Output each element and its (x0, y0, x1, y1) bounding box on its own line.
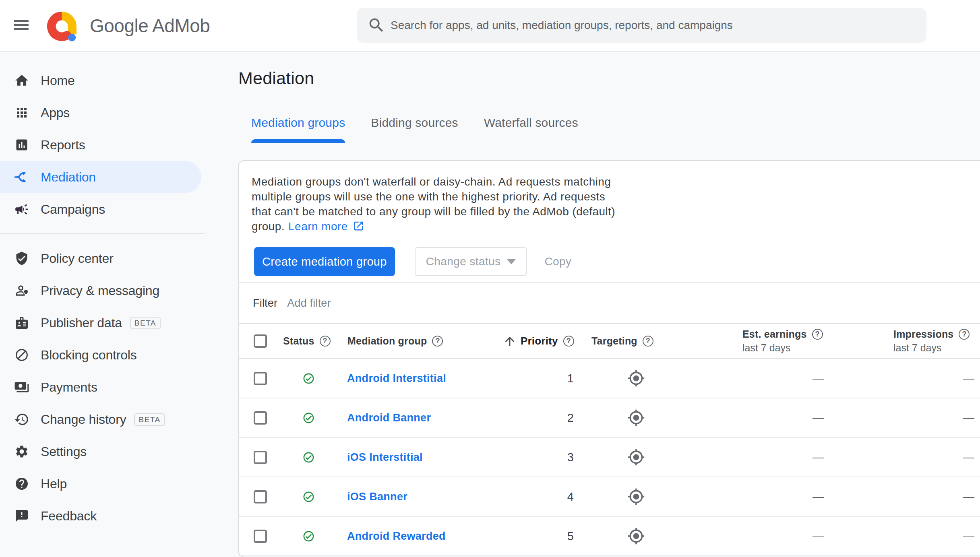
admob-logo-icon[interactable] (47, 12, 77, 41)
add-filter-button[interactable]: Add filter (287, 297, 331, 309)
reports-icon (14, 137, 30, 153)
row-checkbox[interactable] (254, 372, 267, 385)
priority-value: 3 (493, 438, 574, 477)
search-icon (367, 16, 386, 35)
feedback-icon (14, 508, 30, 524)
tab-bar: Mediation groups Bidding sources Waterfa… (251, 115, 578, 143)
mediation-groups-card: Mediation groups don't waterfall or dais… (238, 160, 980, 557)
sidebar-item-payments[interactable]: Payments (0, 371, 205, 403)
table-cell (627, 398, 645, 437)
priority-value: 2 (493, 398, 574, 437)
help-icon[interactable] (959, 329, 970, 340)
sidebar-item-home[interactable]: Home (0, 64, 205, 97)
menu-icon[interactable] (14, 20, 29, 30)
blocking-controls-icon (14, 347, 30, 363)
targeting-icon[interactable] (627, 527, 645, 545)
mediation-group-link[interactable]: Android Banner (347, 412, 431, 424)
beta-badge: BETA (134, 413, 165, 426)
column-mediation-group[interactable]: Mediation group (347, 335, 427, 347)
sidebar-item-publisher-data[interactable]: Publisher data BETA (0, 307, 205, 339)
sidebar-item-reports[interactable]: Reports (0, 129, 205, 161)
targeting-icon[interactable] (627, 409, 645, 427)
mediation-notice: Mediation groups don't waterfall or dais… (239, 161, 625, 235)
notice-line: that can't be matched to any group will … (252, 204, 625, 219)
select-all-checkbox[interactable] (254, 334, 267, 348)
table-cell (627, 477, 645, 516)
est-earnings-value: — (743, 517, 824, 555)
change-status-button[interactable]: Change status (415, 247, 527, 276)
sidebar-item-help[interactable]: Help (0, 468, 205, 500)
sidebar-item-policy-center[interactable]: Policy center (0, 242, 205, 274)
column-period: last 7 days (742, 341, 791, 355)
tab-waterfall-sources[interactable]: Waterfall sources (484, 115, 578, 143)
change-history-icon (14, 411, 30, 427)
tab-bidding-sources[interactable]: Bidding sources (371, 115, 458, 143)
row-checkbox[interactable] (254, 451, 267, 464)
table-cell: Android Banner (347, 398, 431, 437)
notice-line: Mediation groups don't waterfall or dais… (252, 174, 625, 189)
tab-mediation-groups[interactable]: Mediation groups (251, 115, 345, 143)
notice-line-text: group. (252, 220, 285, 233)
column-status[interactable]: Status (283, 335, 314, 347)
priority-value: 5 (493, 517, 574, 555)
home-icon (14, 72, 30, 89)
mediation-group-link[interactable]: Android Interstitial (347, 372, 446, 385)
targeting-icon[interactable] (627, 448, 645, 466)
est-earnings-value: — (743, 477, 824, 516)
column-priority[interactable]: Priority (521, 335, 558, 347)
row-checkbox[interactable] (254, 490, 267, 503)
learn-more-link[interactable]: Learn more (288, 220, 348, 233)
help-icon[interactable] (432, 336, 443, 347)
column-targeting[interactable]: Targeting (591, 335, 637, 347)
copy-button[interactable]: Copy (544, 255, 571, 268)
sidebar-item-change-history[interactable]: Change history BETA (0, 403, 205, 435)
actions-row: Create mediation group Change status Cop… (252, 247, 980, 276)
row-checkbox[interactable] (254, 530, 267, 543)
help-icon[interactable] (812, 329, 823, 340)
sidebar-item-settings[interactable]: Settings (0, 435, 205, 468)
targeting-icon[interactable] (627, 369, 645, 387)
beta-badge: BETA (130, 317, 161, 329)
table-cell (254, 359, 267, 398)
sidebar-item-apps[interactable]: Apps (0, 97, 205, 129)
est-earnings-value: — (743, 398, 824, 437)
admob-app: Google AdMob Home Apps (0, 0, 980, 557)
mediation-group-link[interactable]: iOS Banner (347, 491, 407, 503)
help-icon[interactable] (643, 336, 653, 347)
search-bar[interactable] (357, 8, 926, 43)
column-impressions[interactable]: Impressions (893, 328, 953, 340)
table-row: Android Rewarded 5 — — (239, 517, 980, 556)
table-cell (302, 517, 315, 555)
sidebar-item-privacy-messaging[interactable]: Privacy & messaging (0, 274, 205, 307)
policy-center-icon (14, 250, 30, 266)
table-cell: iOS Banner (347, 477, 407, 516)
row-checkbox[interactable] (254, 411, 267, 425)
payments-icon (14, 379, 30, 395)
table-header-cell: Mediation group (347, 324, 443, 358)
status-enabled-icon (302, 530, 315, 543)
notice-line: group.Learn more (252, 219, 625, 235)
page-title: Mediation (238, 70, 314, 87)
menu-bar (14, 28, 29, 30)
mediation-group-link[interactable]: iOS Interstitial (347, 451, 423, 464)
sidebar-item-campaigns[interactable]: Campaigns (0, 193, 205, 225)
sidebar-item-blocking-controls[interactable]: Blocking controls (0, 339, 205, 371)
content-area: Home Apps Reports (0, 52, 980, 557)
table-row: Android Banner 2 — — (239, 398, 980, 438)
column-est-earnings[interactable]: Est. earnings (742, 328, 807, 340)
privacy-messaging-icon (14, 283, 30, 299)
table-header-cell: Priority (503, 324, 574, 358)
sidebar-item-mediation[interactable]: Mediation (0, 161, 201, 193)
sidebar-item-feedback[interactable]: Feedback (0, 500, 205, 532)
table-header-cell: Impressions last 7 days (893, 324, 970, 358)
help-icon[interactable] (563, 336, 574, 347)
table-row: iOS Interstitial 3 — — (239, 438, 980, 477)
targeting-icon[interactable] (627, 488, 645, 505)
table-cell (254, 398, 267, 437)
search-input[interactable] (391, 19, 914, 32)
sidebar: Home Apps Reports (0, 52, 205, 557)
help-icon[interactable] (320, 336, 331, 347)
column-header-line: Impressions (893, 328, 970, 341)
create-mediation-group-button[interactable]: Create mediation group (254, 247, 395, 276)
mediation-group-link[interactable]: Android Rewarded (347, 530, 446, 543)
